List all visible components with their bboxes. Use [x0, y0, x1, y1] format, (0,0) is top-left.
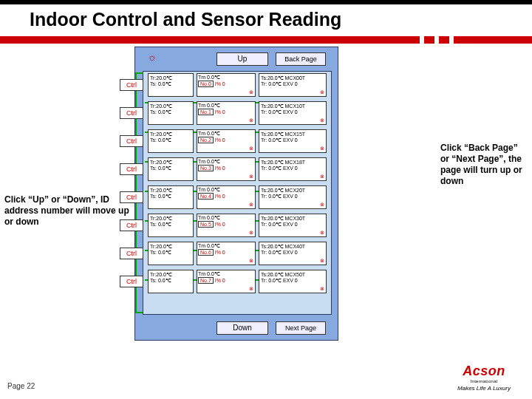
cell-no: Tm 0.0℃No.2 I% 0⊗: [197, 129, 256, 153]
ctrl-button[interactable]: Ctrl: [120, 276, 143, 287]
control-panel: ☼ Up Back Page CtrlTr:20.0℃Ts: 0.0℃Tm 0.…: [134, 47, 338, 341]
ctrl-button[interactable]: Ctrl: [120, 79, 143, 91]
sun-icon: ☼: [147, 52, 157, 62]
cell-no: Tm 0.0℃No.5 I% 0⊗: [197, 214, 256, 237]
sensor-row: CtrlTr:20.0℃Ts: 0.0℃Tm 0.0℃No.5 I% 0⊗Ts:…: [146, 214, 328, 240]
logo-name: Acson: [443, 364, 525, 379]
footer: Page 22 Acson International Makes Life A…: [0, 366, 532, 395]
cell-model: Ts:20.0℃ MCX30TTr: 0.0℃ EXV 0⊗: [259, 214, 327, 237]
cell-temps-a: Tr:20.0℃Ts: 0.0℃: [148, 242, 194, 265]
cell-temps-a: Tr:20.0℃Ts: 0.0℃: [148, 73, 194, 97]
logo-sub: International: [443, 379, 525, 383]
x-icon: ⊗: [248, 174, 254, 180]
x-icon: ⊗: [248, 202, 254, 208]
ctrl-button[interactable]: Ctrl: [120, 135, 143, 147]
cell-model: Ts:20.0℃ MCX40TTr: 0.0℃ EXV 0⊗: [259, 242, 327, 265]
x-icon: ⊗: [319, 258, 325, 264]
annotation-right: Click “Back Page” or “Next Page”, the pa…: [440, 143, 528, 187]
cell-no: Tm 0.0℃No.0 I% 0⊗: [197, 73, 256, 97]
x-icon: ⊗: [319, 117, 325, 123]
sensor-row: CtrlTr:20.0℃Ts: 0.0℃Tm 0.0℃No.6 I% 0⊗Ts:…: [146, 242, 328, 268]
ctrl-button[interactable]: Ctrl: [120, 248, 143, 259]
sensor-list: CtrlTr:20.0℃Ts: 0.0℃Tm 0.0℃No.0 I% 0⊗Ts:…: [143, 71, 332, 315]
x-icon: ⊗: [319, 286, 325, 292]
cell-temps-a: Tr:20.0℃Ts: 0.0℃: [148, 129, 194, 153]
up-button[interactable]: Up: [216, 52, 268, 66]
next-page-button[interactable]: Next Page: [276, 321, 326, 335]
page-title: Indoor Control and Sensor Reading: [0, 4, 532, 35]
cell-no: Tm 0.0℃No.3 I% 0⊗: [197, 157, 256, 181]
cell-model: Ts:20.0℃ MCX15TTr: 0.0℃ EXV 0⊗: [259, 129, 327, 153]
logo-tagline: Makes Life A Luxury: [443, 385, 525, 392]
x-icon: ⊗: [248, 89, 254, 95]
red-divider: [0, 36, 532, 44]
x-icon: ⊗: [248, 146, 254, 151]
down-button[interactable]: Down: [216, 321, 268, 335]
cell-model: Ts:20.0℃ MCX18TTr: 0.0℃ EXV 0⊗: [259, 157, 327, 181]
x-icon: ⊗: [248, 230, 254, 236]
x-icon: ⊗: [319, 146, 325, 151]
x-icon: ⊗: [319, 230, 325, 236]
cell-temps-a: Tr:20.0℃Ts: 0.0℃: [148, 214, 194, 237]
cell-temps-a: Tr:20.0℃Ts: 0.0℃: [148, 101, 194, 125]
x-icon: ⊗: [319, 89, 325, 95]
sensor-row: CtrlTr:20.0℃Ts: 0.0℃Tm 0.0℃No.4 I% 0⊗Ts:…: [146, 185, 328, 212]
cell-temps-a: Tr:20.0℃Ts: 0.0℃: [148, 185, 194, 209]
cell-no: Tm 0.0℃No.6 I% 0⊗: [197, 242, 256, 265]
cell-temps-a: Tr:20.0℃Ts: 0.0℃: [148, 157, 194, 181]
ctrl-button[interactable]: Ctrl: [120, 107, 143, 119]
ctrl-button[interactable]: Ctrl: [120, 163, 143, 175]
page-number: Page 22: [7, 382, 35, 390]
cell-model: Ts:20.0℃ MCX10TTr: 0.0℃ EXV 0⊗: [259, 101, 327, 125]
x-icon: ⊗: [319, 174, 325, 180]
x-icon: ⊗: [248, 258, 254, 264]
ctrl-button[interactable]: Ctrl: [120, 219, 143, 231]
cell-no: Tm 0.0℃No.4 I% 0⊗: [197, 185, 256, 209]
cell-no: Tm 0.0℃No.1 I% 0⊗: [197, 101, 256, 125]
cell-temps-a: Tr:20.0℃Ts: 0.0℃: [148, 270, 194, 293]
cell-model: Ts:20.0℃ MCX00TTr: 0.0℃ EXV 0⊗: [259, 73, 327, 97]
cell-model: Ts:20.0℃ MCX20TTr: 0.0℃ EXV 0⊗: [259, 185, 327, 209]
sensor-row: CtrlTr:20.0℃Ts: 0.0℃Tm 0.0℃No.3 I% 0⊗Ts:…: [146, 157, 328, 184]
cell-no: Tm 0.0℃No.7 I% 0⊗: [197, 270, 256, 293]
content-area: Click “Up” or “Down”, ID address number …: [0, 47, 532, 357]
cell-model: Ts:20.0℃ MCX50TTr: 0.0℃ EXV 0⊗: [259, 270, 327, 293]
sensor-row: CtrlTr:20.0℃Ts: 0.0℃Tm 0.0℃No.1 I% 0⊗Ts:…: [146, 101, 328, 128]
sensor-row: CtrlTr:20.0℃Ts: 0.0℃Tm 0.0℃No.0 I% 0⊗Ts:…: [146, 73, 328, 100]
sensor-row: CtrlTr:20.0℃Ts: 0.0℃Tm 0.0℃No.7 I% 0⊗Ts:…: [146, 270, 328, 296]
x-icon: ⊗: [319, 202, 325, 208]
annotation-left: Click “Up” or “Down”, ID address number …: [4, 194, 132, 228]
back-page-button[interactable]: Back Page: [276, 52, 326, 66]
sensor-row: CtrlTr:20.0℃Ts: 0.0℃Tm 0.0℃No.2 I% 0⊗Ts:…: [146, 129, 328, 156]
ctrl-button[interactable]: Ctrl: [120, 191, 143, 203]
brand-logo: Acson International Makes Life A Luxury: [443, 364, 525, 392]
x-icon: ⊗: [248, 286, 254, 292]
x-icon: ⊗: [248, 117, 254, 123]
